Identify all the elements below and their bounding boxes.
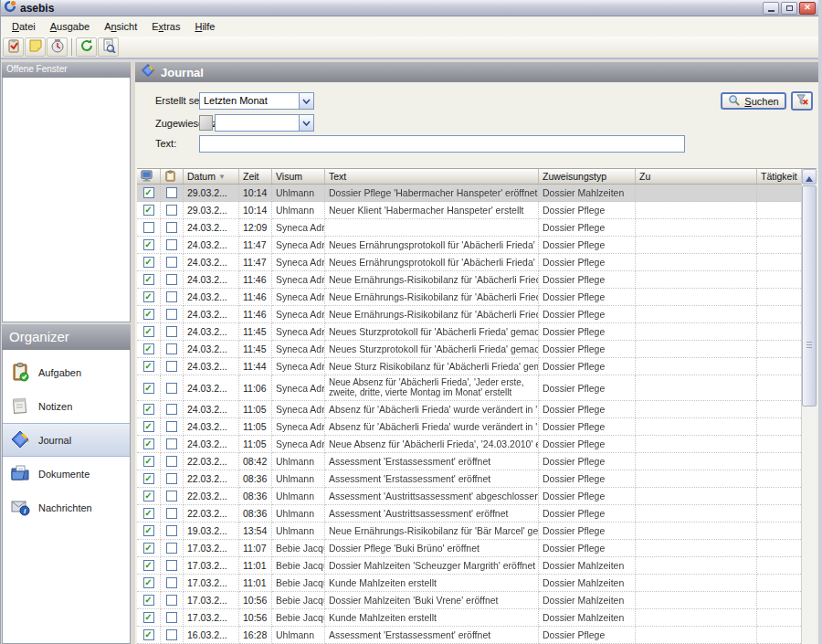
toolbar-button-task-icon[interactable] bbox=[3, 37, 24, 57]
column-header-zu[interactable]: Zu bbox=[636, 169, 757, 184]
checkbox-unchecked[interactable] bbox=[166, 257, 177, 268]
text-search-input[interactable] bbox=[199, 135, 685, 153]
menu-item-hilfe[interactable]: Hilfe bbox=[187, 18, 222, 35]
checkbox-checked[interactable]: ✓ bbox=[143, 187, 154, 198]
table-row[interactable]: ✓22.03.2...08:36UhlmannAssessment 'Ersta… bbox=[137, 470, 801, 488]
checkbox-unchecked[interactable] bbox=[143, 222, 154, 233]
menu-item-ansicht[interactable]: Ansicht bbox=[97, 18, 144, 35]
checkbox-checked[interactable]: ✓ bbox=[143, 343, 154, 354]
checkbox-checked[interactable]: ✓ bbox=[143, 525, 154, 536]
toolbar-button-refresh-icon[interactable] bbox=[76, 37, 97, 57]
sidebar-item-aufgaben[interactable]: Aufgaben bbox=[3, 355, 130, 389]
table-row[interactable]: ✓24.03.2...11:46Syneca Adm...Neue Ernähr… bbox=[137, 306, 801, 323]
checkbox-unchecked[interactable] bbox=[166, 473, 177, 484]
table-row[interactable]: ✓24.03.2...11:46Syneca Adm...Neue Ernähr… bbox=[137, 289, 801, 306]
table-row[interactable]: ✓17.03.2...11:01Bebie Jacqu...Dossier Ma… bbox=[137, 557, 801, 575]
restore-button[interactable] bbox=[781, 2, 797, 15]
column-header-zuweisungstyp[interactable]: Zuweisungstyp bbox=[539, 169, 636, 184]
checkbox-unchecked[interactable] bbox=[166, 421, 177, 432]
column-header-datum[interactable]: Datum▼ bbox=[184, 169, 239, 184]
checkbox-checked[interactable]: ✓ bbox=[143, 205, 154, 216]
table-row[interactable]: ✓24.03.2...11:05Syneca Adm...Neue Absenz… bbox=[137, 436, 801, 453]
sidebar-item-nachrichten[interactable]: iNachrichten bbox=[3, 491, 130, 524]
column-header-text[interactable]: Text bbox=[325, 169, 539, 184]
checkbox-checked[interactable]: ✓ bbox=[143, 560, 154, 571]
table-row[interactable]: ✓19.03.2...13:54UhlmannNeue Ernährungs-R… bbox=[137, 523, 801, 540]
table-row[interactable]: ✓22.03.2...08:42UhlmannAssessment 'Ersta… bbox=[137, 453, 801, 470]
checkbox-checked[interactable]: ✓ bbox=[143, 438, 154, 449]
checkbox-checked[interactable]: ✓ bbox=[143, 491, 154, 501]
checkbox-checked[interactable]: ✓ bbox=[143, 473, 154, 484]
checkbox-unchecked[interactable] bbox=[166, 361, 177, 372]
checkbox-checked[interactable]: ✓ bbox=[143, 291, 154, 302]
checkbox-unchecked[interactable] bbox=[166, 577, 177, 588]
checkbox-unchecked[interactable] bbox=[166, 491, 177, 501]
table-row[interactable]: ✓16.03.2...16:28UhlmannAssessment 'Ersta… bbox=[137, 627, 801, 644]
checkbox-unchecked[interactable] bbox=[166, 274, 177, 285]
open-windows-list[interactable] bbox=[2, 78, 131, 322]
table-row[interactable]: ✓22.03.2...08:36UhlmannAssessment 'Austr… bbox=[137, 488, 801, 505]
checkbox-unchecked[interactable] bbox=[166, 629, 177, 640]
table-row[interactable]: ✓24.03.2...11:05Syneca Adm...Absenz für … bbox=[137, 401, 801, 418]
vertical-scrollbar[interactable] bbox=[801, 169, 817, 644]
checkbox-checked[interactable]: ✓ bbox=[143, 239, 154, 250]
erstellt-seit-dropdown[interactable]: Letzten Monat bbox=[199, 92, 314, 110]
table-row[interactable]: ✓24.03.2...11:45Syneca Adm...Neues Sturz… bbox=[137, 341, 801, 358]
checkbox-checked[interactable]: ✓ bbox=[143, 326, 154, 337]
column-header-workflow[interactable] bbox=[137, 169, 161, 184]
table-row[interactable]: ✓24.03.2...11:05Syneca Adm...Absenz für … bbox=[137, 418, 801, 436]
checkbox-unchecked[interactable] bbox=[166, 309, 177, 320]
toolbar-button-clock-icon[interactable] bbox=[47, 37, 68, 57]
checkbox-checked[interactable]: ✓ bbox=[143, 595, 154, 606]
checkbox-unchecked[interactable] bbox=[166, 187, 177, 198]
checkbox-checked[interactable]: ✓ bbox=[143, 274, 154, 285]
table-row[interactable]: ✓24.03.2...11:46Syneca Adm...Neue Ernähr… bbox=[137, 271, 801, 289]
column-header-taetigkeit[interactable]: Tätigkeit bbox=[757, 169, 803, 184]
table-row[interactable]: 24.03.2...12:09Syneca Adm...Dossier Pfle… bbox=[137, 219, 801, 237]
table-row[interactable]: ✓22.03.2...08:36UhlmannAssessment 'Austr… bbox=[137, 505, 801, 523]
sidebar-item-journal[interactable]: Journal bbox=[3, 423, 130, 457]
minimize-button[interactable] bbox=[763, 2, 779, 15]
checkbox-checked[interactable]: ✓ bbox=[143, 577, 154, 588]
table-row[interactable]: ✓17.03.2...11:07Bebie Jacqu...Dossier Pf… bbox=[137, 540, 801, 557]
table-row[interactable]: ✓24.03.2...11:47Syneca Adm...Neues Ernäh… bbox=[137, 254, 801, 271]
table-row[interactable]: ✓24.03.2...11:06Syneca Adm...Neue Absenz… bbox=[137, 375, 801, 401]
checkbox-checked[interactable]: ✓ bbox=[143, 421, 154, 432]
checkbox-unchecked[interactable] bbox=[166, 543, 177, 554]
column-header-visum[interactable]: Visum bbox=[272, 169, 325, 184]
zugewiesen-zu-dropdown[interactable] bbox=[215, 114, 314, 132]
checkbox-checked[interactable]: ✓ bbox=[143, 543, 154, 554]
checkbox-checked[interactable]: ✓ bbox=[143, 629, 154, 640]
checkbox-checked[interactable]: ✓ bbox=[143, 612, 154, 623]
menu-item-extras[interactable]: Extras bbox=[144, 18, 187, 35]
sidebar-item-notizen[interactable]: Notizen bbox=[3, 389, 130, 423]
checkbox-unchecked[interactable] bbox=[166, 404, 177, 415]
checkbox-unchecked[interactable] bbox=[166, 456, 177, 467]
checkbox-checked[interactable]: ✓ bbox=[143, 257, 154, 268]
table-row[interactable]: ✓29.03.2...10:14UhlmannDossier Pflege 'H… bbox=[137, 185, 801, 202]
person-picker-button[interactable] bbox=[199, 115, 213, 131]
checkbox-unchecked[interactable] bbox=[166, 383, 177, 394]
menu-item-datei[interactable]: Datei bbox=[5, 18, 43, 35]
checkbox-unchecked[interactable] bbox=[166, 343, 177, 354]
checkbox-checked[interactable]: ✓ bbox=[143, 309, 154, 320]
checkbox-checked[interactable]: ✓ bbox=[143, 361, 154, 372]
toolbar-button-preview-icon[interactable] bbox=[98, 37, 119, 57]
checkbox-checked[interactable]: ✓ bbox=[143, 404, 154, 415]
table-row[interactable]: ✓17.03.2...10:56Bebie Jacqu...Dossier Ma… bbox=[137, 592, 801, 609]
checkbox-unchecked[interactable] bbox=[166, 291, 177, 302]
table-row[interactable]: ✓29.03.2...10:14UhlmannNeuer Klient 'Hab… bbox=[137, 202, 801, 219]
checkbox-unchecked[interactable] bbox=[166, 438, 177, 449]
chevron-down-icon[interactable] bbox=[299, 115, 313, 131]
checkbox-unchecked[interactable] bbox=[166, 560, 177, 571]
checkbox-unchecked[interactable] bbox=[166, 222, 177, 233]
table-row[interactable]: ✓24.03.2...11:47Syneca Adm...Neues Ernäh… bbox=[137, 237, 801, 254]
toolbar-button-note-icon[interactable] bbox=[25, 37, 46, 57]
chevron-down-icon[interactable] bbox=[299, 93, 313, 109]
scroll-up-button[interactable] bbox=[802, 169, 817, 185]
checkbox-checked[interactable]: ✓ bbox=[143, 456, 154, 467]
search-button[interactable]: Suchen bbox=[721, 92, 786, 110]
clear-filter-button[interactable] bbox=[791, 91, 813, 111]
checkbox-unchecked[interactable] bbox=[166, 326, 177, 337]
scrollbar-thumb[interactable] bbox=[802, 185, 817, 406]
